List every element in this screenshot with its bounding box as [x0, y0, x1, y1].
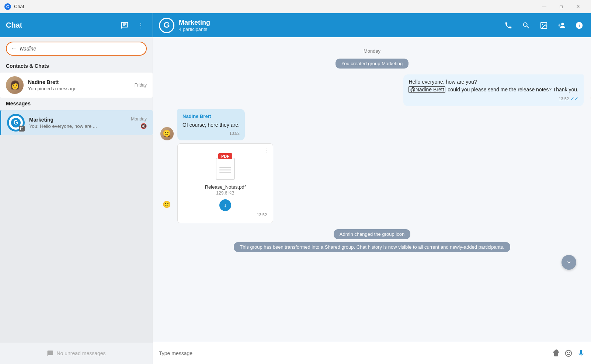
chat-group-name: Marketing: [179, 19, 498, 27]
messages-area[interactable]: Monday You created group Marketing Hello…: [153, 37, 591, 342]
info-button[interactable]: [573, 20, 585, 31]
message-input-area: [153, 342, 591, 364]
incoming-text-1: Of course, here they are.: [182, 121, 240, 129]
search-box: ←: [6, 42, 147, 56]
incoming-time-1: 13:52: [182, 130, 240, 137]
file-menu-button[interactable]: ⋮: [264, 147, 270, 154]
file-download-area: ↓: [184, 199, 267, 211]
contact-item-nadine[interactable]: 👩 Nadine Brett You pinned a message Frid…: [0, 73, 153, 98]
contact-name-nadine: Nadine Brett: [28, 79, 130, 85]
attachment-button[interactable]: [552, 349, 560, 357]
system-msg-text-created: You created group Marketing: [336, 59, 409, 69]
minimize-button[interactable]: —: [536, 0, 553, 13]
file-icon-area: PDF: [184, 153, 267, 180]
message-info-marketing: Marketing You: Hello everyone, how are .…: [29, 117, 126, 129]
day-label-monday: Monday: [160, 48, 584, 54]
scroll-down-button[interactable]: [562, 255, 576, 270]
svg-text:G: G: [163, 20, 170, 29]
download-button[interactable]: ↓: [219, 199, 231, 211]
search-chat-button[interactable]: [520, 20, 532, 31]
message-meta-marketing: Monday 🔇: [131, 116, 147, 129]
close-button[interactable]: ✕: [570, 0, 587, 13]
file-time: 13:52: [184, 213, 267, 217]
search-back-button[interactable]: ←: [11, 45, 17, 52]
chat-group-avatar: G: [159, 18, 174, 33]
emoji-button[interactable]: [564, 349, 573, 357]
new-chat-button[interactable]: [119, 20, 131, 31]
chat-header: G Marketing 4 participants: [153, 13, 591, 37]
contacts-section: Contacts & Chats: [0, 60, 153, 73]
maximize-button[interactable]: □: [553, 0, 570, 13]
media-button[interactable]: [538, 20, 550, 31]
svg-rect-3: [21, 127, 23, 130]
mention-nadine: @Nadine Brett: [409, 86, 445, 93]
file-bubble: ⋮ PDF: [177, 143, 273, 223]
sidebar-header-icons: ⋮: [119, 20, 147, 31]
contact-info-nadine: Nadine Brett You pinned a message: [28, 79, 130, 91]
search-area: ←: [0, 37, 153, 60]
incoming-bubble-1: Nadine Brett Of course, here they are. 1…: [177, 109, 245, 140]
svg-text:G: G: [14, 119, 18, 126]
mic-button[interactable]: [577, 349, 585, 357]
more-icon: ⋮: [138, 21, 144, 29]
outgoing-text-1: Hello everyone, how are you? @Nadine Bre…: [409, 78, 578, 94]
app-title: Chat: [14, 4, 536, 9]
main-container: Chat ⋮ ← Contacts & Chats 👩: [0, 13, 591, 364]
file-size: 129.6 KB: [184, 190, 267, 196]
chat-info: Marketing 4 participants: [179, 19, 498, 32]
outgoing-bubble-1: Hello everyone, how are you? @Nadine Bre…: [403, 74, 584, 106]
contacts-label: Contacts & Chats: [6, 63, 147, 69]
outgoing-time-1: 13:52 ✓✓: [409, 95, 578, 102]
window-controls: — □ ✕: [536, 0, 587, 13]
emoji-reaction-incoming[interactable]: 🙂: [163, 129, 171, 137]
mute-icon: 🔇: [140, 123, 147, 129]
avatar-nadine: 👩: [6, 76, 24, 94]
message-name-marketing: Marketing: [29, 117, 126, 123]
message-item-marketing[interactable]: G Marketing You: Hello everyone, how are…: [0, 110, 153, 135]
chat-participants: 4 participants: [179, 27, 498, 32]
message-preview-marketing: You: Hello everyone, how are ...: [29, 123, 126, 129]
messages-label: Messages: [6, 101, 147, 106]
search-input[interactable]: [20, 46, 142, 52]
system-msg-created: You created group Marketing: [160, 59, 584, 69]
sidebar-more-button[interactable]: ⋮: [135, 20, 147, 31]
add-participant-button[interactable]: [556, 20, 567, 31]
group-badge: [19, 126, 25, 132]
app-icon: G: [4, 3, 11, 10]
titlebar: G Chat — □ ✕: [0, 0, 591, 13]
svg-point-7: [542, 24, 543, 25]
group-avatar-marketing: G: [7, 114, 25, 132]
sidebar-bottom: [0, 135, 153, 343]
sidebar: Chat ⋮ ← Contacts & Chats 👩: [0, 13, 153, 364]
chat-header-icons: [503, 20, 585, 31]
sidebar-title: Chat: [6, 21, 22, 29]
incoming-sender-1: Nadine Brett: [182, 113, 240, 120]
incoming-message-1: 👩 Nadine Brett Of course, here they are.…: [160, 109, 584, 140]
day-label-text: Monday: [364, 48, 380, 54]
message-input[interactable]: [159, 350, 547, 356]
messages-section: Messages: [0, 98, 153, 110]
read-receipt: ✓✓: [570, 95, 578, 102]
no-unread-area: No unread messages: [0, 343, 153, 364]
call-button[interactable]: [503, 20, 514, 31]
chat-area: G Marketing 4 participants: [153, 13, 591, 364]
file-message: 👩 ⋮ PDF: [160, 143, 584, 223]
contact-preview-nadine: You pinned a message: [28, 86, 130, 91]
sidebar-header: Chat ⋮: [0, 13, 153, 37]
system-msg-text-icon: Admin changed the group icon: [334, 229, 410, 239]
system-msg-icon: Admin changed the group icon: [160, 229, 584, 239]
outgoing-message-1: Hello everyone, how are you? @Nadine Bre…: [160, 74, 584, 106]
system-msg-shared: This group has been transformed into a S…: [160, 242, 584, 252]
system-msg-text-shared: This group has been transformed into a S…: [234, 242, 510, 252]
message-time-marketing: Monday: [131, 116, 147, 122]
file-name: Release_Notes.pdf: [184, 184, 267, 190]
contact-time-nadine: Friday: [135, 83, 147, 88]
no-unread-text: No unread messages: [56, 350, 105, 356]
emoji-reaction-file[interactable]: 🙂: [163, 200, 171, 209]
contact-meta-nadine: Friday: [135, 83, 147, 88]
